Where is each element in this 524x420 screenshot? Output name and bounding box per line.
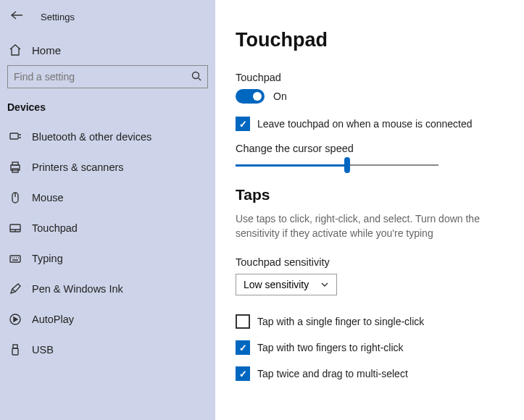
home-icon: [9, 43, 22, 56]
tap-twice-label: Tap twice and drag to multi-select: [257, 368, 408, 379]
home-button[interactable]: Home: [0, 35, 215, 65]
nav-item-pen[interactable]: Pen & Windows Ink: [0, 274, 215, 304]
svg-rect-7: [10, 256, 20, 262]
sensitivity-value: Low sensitivity: [244, 279, 309, 290]
taps-description: Use taps to click, right-click, and sele…: [236, 212, 522, 240]
usb-icon: [9, 343, 22, 356]
bluetooth-icon: [9, 130, 22, 143]
nav-item-mouse[interactable]: Mouse: [0, 182, 215, 213]
nav-label: Bluetooth & other devices: [32, 131, 151, 143]
taps-title: Taps: [236, 186, 524, 203]
search-box[interactable]: [7, 65, 208, 88]
nav-label: Typing: [32, 253, 63, 264]
nav-item-bluetooth[interactable]: Bluetooth & other devices: [0, 122, 215, 152]
nav-label: Mouse: [32, 192, 64, 203]
slider-fill: [236, 164, 347, 167]
nav-label: Printers & scanners: [32, 161, 124, 173]
tap-single-row: Tap with a single finger to single-click: [236, 314, 524, 329]
touchpad-icon: [9, 222, 22, 235]
check-icon: ✓: [239, 343, 247, 353]
leave-on-checkbox[interactable]: ✓: [236, 117, 250, 131]
nav-item-typing[interactable]: Typing: [0, 243, 215, 274]
toggle-state-text: On: [273, 91, 287, 102]
svg-rect-1: [10, 133, 18, 139]
nav-item-printers[interactable]: Printers & scanners: [0, 152, 215, 182]
sidebar: Settings Home Devices Bluetooth & other …: [0, 0, 215, 420]
touchpad-toggle[interactable]: [236, 89, 265, 104]
nav-label: Touchpad: [32, 222, 78, 234]
search-wrap: [0, 65, 215, 101]
svg-rect-10: [12, 348, 18, 355]
tap-two-label: Tap with two fingers to right-click: [257, 342, 404, 353]
tap-two-checkbox[interactable]: ✓: [236, 340, 250, 355]
toggle-knob: [253, 92, 262, 101]
cursor-speed-slider[interactable]: [236, 164, 438, 166]
search-input[interactable]: [14, 71, 191, 83]
chevron-down-icon: [320, 280, 329, 289]
nav-item-usb[interactable]: USB: [0, 335, 215, 365]
check-icon: ✓: [239, 119, 247, 130]
page-title: Touchpad: [236, 29, 524, 51]
touchpad-toggle-row: On: [236, 89, 524, 104]
header-title: Settings: [41, 12, 75, 22]
cursor-speed-group: Change the cursor speed: [236, 143, 524, 166]
main-content: Touchpad Touchpad On ✓ Leave touchpad on…: [215, 0, 524, 420]
svg-rect-3: [12, 162, 18, 165]
svg-point-0: [193, 72, 199, 78]
autoplay-icon: [9, 313, 22, 326]
cursor-speed-label: Change the cursor speed: [236, 143, 524, 154]
tap-two-row: ✓ Tap with two fingers to right-click: [236, 340, 524, 355]
tap-single-label: Tap with a single finger to single-click: [257, 316, 424, 327]
nav-label: Pen & Windows Ink: [32, 283, 123, 295]
nav-list: Bluetooth & other devices Printers & sca…: [0, 122, 215, 365]
tap-single-checkbox[interactable]: [236, 314, 250, 329]
nav-label: USB: [32, 344, 54, 356]
sensitivity-dropdown[interactable]: Low sensitivity: [236, 274, 337, 295]
nav-item-autoplay[interactable]: AutoPlay: [0, 304, 215, 335]
check-icon: ✓: [239, 369, 247, 379]
tap-twice-row: ✓ Tap twice and drag to multi-select: [236, 366, 524, 381]
home-label: Home: [32, 44, 61, 56]
pen-icon: [9, 282, 22, 295]
nav-label: AutoPlay: [32, 314, 74, 325]
header-row: Settings: [0, 7, 215, 35]
search-icon: [191, 71, 201, 83]
svg-rect-9: [13, 345, 17, 348]
section-label: Devices: [0, 101, 215, 122]
back-arrow-icon[interactable]: [7, 7, 26, 26]
leave-on-row: ✓ Leave touchpad on when a mouse is conn…: [236, 117, 524, 131]
keyboard-icon: [9, 252, 22, 265]
nav-item-touchpad[interactable]: Touchpad: [0, 213, 215, 243]
printer-icon: [9, 161, 22, 174]
tap-twice-checkbox[interactable]: ✓: [236, 366, 250, 381]
mouse-icon: [9, 191, 22, 204]
touchpad-label: Touchpad: [236, 72, 524, 83]
leave-on-label: Leave touchpad on when a mouse is connec…: [257, 118, 473, 130]
slider-thumb[interactable]: [344, 157, 350, 173]
sensitivity-label: Touchpad sensitivity: [236, 256, 524, 268]
